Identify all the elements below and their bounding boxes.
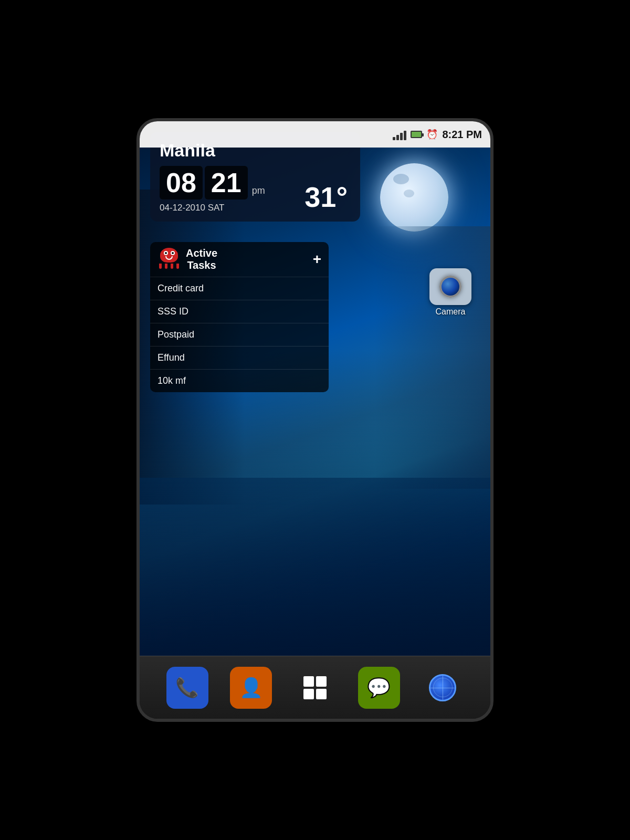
messaging-icon: 💬 <box>367 677 391 699</box>
wallpaper <box>140 148 490 656</box>
weather-temp: 31° <box>304 181 348 213</box>
tasks-mascot <box>158 248 181 271</box>
phone-frame: ⏰ 8:21 PM Manila 08 21 pm 04-12-2010 SAT… <box>136 118 494 722</box>
dock-browser-button[interactable] <box>422 667 464 709</box>
phone-icon: 📞 <box>175 677 199 699</box>
bottom-dock: 📞 👤 💬 <box>140 656 490 719</box>
minute-block: 21 <box>205 166 248 200</box>
battery-icon <box>411 131 422 138</box>
tasks-widget[interactable]: ActiveTasks + Credit card SSS ID Postpai… <box>150 242 329 392</box>
tentacle-2 <box>165 264 167 269</box>
tasks-header: ActiveTasks + <box>150 242 329 277</box>
tasks-title: ActiveTasks <box>186 247 217 271</box>
tasks-add-button[interactable]: + <box>313 251 321 268</box>
contacts-icon: 👤 <box>239 677 263 699</box>
tentacle-4 <box>176 264 179 269</box>
mascot-eyes <box>160 248 178 255</box>
camera-label: Camera <box>436 307 466 317</box>
hour-block: 08 <box>160 166 203 200</box>
mascot-eye-right <box>171 251 175 255</box>
task-item-4[interactable]: Effund <box>150 346 329 370</box>
globe-icon <box>429 674 456 701</box>
canal-water <box>140 478 490 656</box>
dock-apps-button[interactable] <box>294 667 336 709</box>
camera-icon <box>429 268 471 305</box>
mascot-body <box>160 248 178 262</box>
task-item-2[interactable]: SSS ID <box>150 300 329 323</box>
tentacle-1 <box>159 264 162 269</box>
alarm-icon: ⏰ <box>426 129 438 140</box>
task-item-5[interactable]: 10k mf <box>150 370 329 392</box>
mascot-smile <box>165 256 173 260</box>
hour-digits: 08 <box>166 167 196 198</box>
dock-messaging-button[interactable]: 💬 <box>358 667 400 709</box>
moon-decoration <box>380 163 448 232</box>
status-time: 8:21 PM <box>442 129 482 141</box>
status-bar: ⏰ 8:21 PM <box>140 121 490 148</box>
tentacle-3 <box>171 264 173 269</box>
mascot-eye-left <box>164 251 168 255</box>
ampm-label: pm <box>252 185 265 196</box>
minute-digits: 21 <box>211 167 242 198</box>
mascot-tentacles <box>158 264 181 269</box>
dock-phone-button[interactable]: 📞 <box>166 667 208 709</box>
camera-app[interactable]: Camera <box>429 268 471 317</box>
signal-icon <box>393 129 406 140</box>
camera-lens <box>439 276 461 298</box>
apps-grid-icon <box>303 676 327 699</box>
task-item-1[interactable]: Credit card <box>150 277 329 300</box>
task-item-3[interactable]: Postpaid <box>150 323 329 346</box>
dock-contacts-button[interactable]: 👤 <box>230 667 272 709</box>
